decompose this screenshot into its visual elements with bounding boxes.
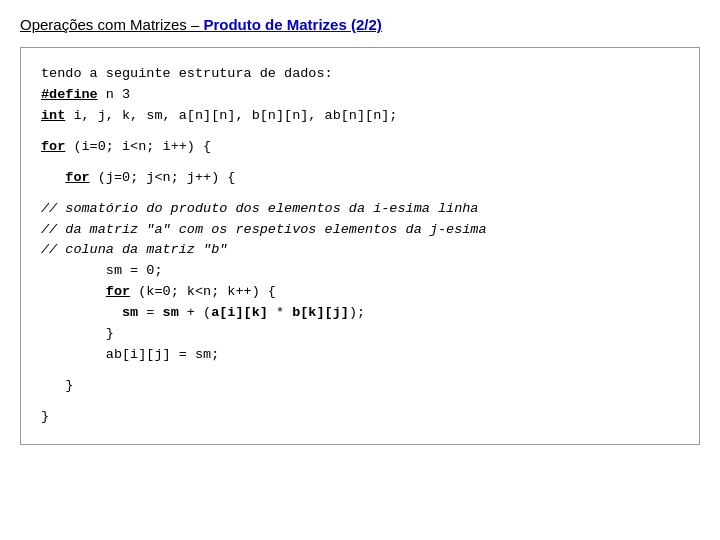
code-line-sm0: sm = 0;: [41, 261, 679, 282]
code-line-close-for2: }: [41, 376, 679, 397]
page-title: Operações com Matrizes – Produto de Matr…: [20, 16, 700, 33]
code-line-for2: for (j=0; j<n; j++) {: [41, 168, 679, 189]
code-line-plain: tendo a seguinte estrutura de dados:: [41, 64, 679, 85]
code-line-comment1: // somatório do produto dos elementos da…: [41, 199, 679, 220]
code-line-sm-calc: sm = sm + (a[i][k] * b[k][j]);: [41, 303, 679, 324]
code-line-int: int i, j, k, sm, a[n][n], b[n][n], ab[n]…: [41, 106, 679, 127]
code-line-comment2: // da matriz "a" com os respetivos eleme…: [41, 220, 679, 241]
code-line-for1: for (i=0; i<n; i++) {: [41, 137, 679, 158]
code-line-close-inner: }: [41, 324, 679, 345]
code-line-comment3: // coluna da matriz "b": [41, 240, 679, 261]
code-box: tendo a seguinte estrutura de dados: #de…: [20, 47, 700, 445]
code-line-abij: ab[i][j] = sm;: [41, 345, 679, 366]
code-line-define: #define n 3: [41, 85, 679, 106]
code-line-for3: for (k=0; k<n; k++) {: [41, 282, 679, 303]
title-highlight: Produto de Matrizes (2/2): [203, 16, 381, 33]
code-line-close-for1: }: [41, 407, 679, 428]
title-prefix: Operações com Matrizes –: [20, 16, 203, 33]
